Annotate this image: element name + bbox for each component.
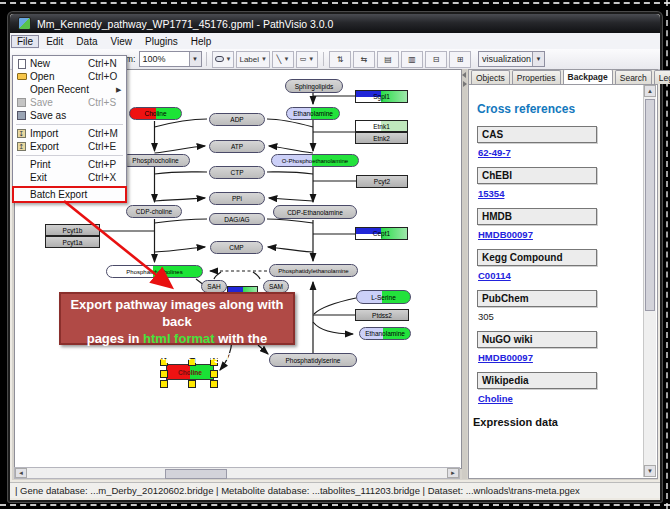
pathway-node-cmp[interactable]: CMP (210, 241, 263, 254)
collapse-right-icon[interactable] (463, 81, 467, 87)
scroll-left-icon[interactable]: ◄ (15, 468, 27, 478)
new-file-icon (18, 59, 26, 69)
pathway-node-pcyt1a[interactable]: Pcyt1a (45, 236, 100, 248)
xref-link[interactable]: Choline (478, 393, 513, 404)
tab-backpage[interactable]: Backpage (563, 69, 613, 84)
menu-item-open-recent[interactable]: Open Recent ▶ (13, 83, 126, 96)
status-text: | Gene database: ...m_Derby_20120602.bri… (15, 485, 580, 496)
node-label: Ethanolamine (293, 110, 333, 117)
pathway-node-cept1[interactable]: Cept1 (355, 227, 408, 240)
pathway-node-phosphatidylcholines[interactable]: Phosphatidylcholines (106, 265, 203, 278)
panel-vertical-scrollbar[interactable]: ▲ ▼ (643, 85, 656, 477)
xref-link[interactable]: C00114 (478, 270, 511, 281)
visualization-combobox[interactable]: visualization ▼ (478, 51, 545, 67)
selection-handle[interactable] (210, 370, 218, 378)
xref-section-hmdb: HMDB HMDB00097 (477, 208, 641, 240)
xref-link[interactable]: HMDB00097 (478, 352, 533, 363)
label-tool-button[interactable]: Label▼ (236, 51, 270, 68)
chevron-down-icon[interactable]: ▼ (532, 52, 544, 66)
scrollbar-thumb[interactable] (645, 99, 655, 311)
menu-item-save-as[interactable]: Save as (13, 109, 126, 122)
pathway-node-etnk2[interactable]: Etnk2 (355, 132, 408, 144)
callout-html-format: html format (143, 331, 215, 346)
pathway-node-phosphatidylethanolamine[interactable]: Phosphatidylethanolamine (269, 264, 358, 277)
pathway-node-ctp[interactable]: CTP (209, 166, 265, 179)
zoom-combobox[interactable]: 100% ▼ (139, 51, 202, 67)
tab-search[interactable]: Search (615, 70, 652, 84)
selection-handle[interactable] (188, 380, 196, 388)
menu-item-export[interactable]: ↥ Export Ctrl+E (13, 140, 126, 153)
common-height-button[interactable]: ⊞ (449, 51, 471, 68)
menu-item-exit[interactable]: Exit Ctrl+X (13, 171, 126, 184)
submenu-arrow-icon: ▶ (116, 86, 126, 94)
panel-splitter[interactable] (462, 69, 467, 479)
chevron-down-icon[interactable]: ▼ (189, 52, 201, 66)
menu-edit[interactable]: Edit (40, 35, 69, 48)
xref-section-wikipedia: Wikipedia Choline (477, 372, 641, 404)
scroll-down-icon[interactable]: ▼ (644, 465, 656, 477)
menu-help[interactable]: Help (185, 35, 218, 48)
pathway-node-ppi[interactable]: PPi (209, 192, 265, 205)
tab-legend[interactable]: Legend (654, 70, 670, 84)
menu-separator (16, 124, 123, 125)
menu-view[interactable]: View (104, 35, 138, 48)
node-label: L-Serine (371, 294, 396, 301)
scroll-right-icon[interactable]: ► (447, 468, 459, 478)
pathway-node-choline[interactable]: Choline (166, 364, 214, 380)
xref-source-name: HMDB (477, 208, 597, 225)
pathway-node-pcyt1b[interactable]: Pcyt1b (45, 224, 100, 236)
pathway-node-l-serine[interactable]: L-Serine (356, 290, 411, 304)
distribute-horizontal-button[interactable]: ▤ (377, 51, 399, 68)
pathway-node-ptdss2[interactable]: Ptdss2 (355, 309, 409, 321)
pathway-node-adp[interactable]: ADP (209, 113, 265, 126)
export-icon: ↥ (17, 142, 26, 151)
node-label: Pcyt2 (374, 178, 390, 185)
pathway-node-phosphocholine[interactable]: Phosphocholine (121, 154, 190, 167)
tab-properties[interactable]: Properties (512, 70, 561, 84)
pathway-node-cdp-ethanolamine[interactable]: CDP-Ethanolamine (273, 205, 357, 219)
canvas-horizontal-scrollbar[interactable]: ◄ ► (14, 467, 460, 479)
node-label: Phosphatidylcholines (126, 269, 182, 275)
menu-bar: File Edit Data View Plugins Help (10, 33, 660, 50)
menu-item-new[interactable]: New Ctrl+N (13, 57, 126, 70)
pathway-node-ethanolamine[interactable]: Ethanolamine (359, 327, 411, 340)
callout-line1: Export pathway images along with back (70, 297, 283, 329)
common-width-button[interactable]: ⊟ (425, 51, 447, 68)
shape-tool-button[interactable]: ▭▼ (296, 51, 318, 68)
selection-handle[interactable] (210, 380, 218, 388)
pathway-node-sphingolipids[interactable]: Sphingolipids (285, 79, 343, 93)
align-center-x-button[interactable]: ⇅ (329, 51, 351, 68)
pathway-node-etnk1[interactable]: Etnk1 (355, 120, 408, 132)
scrollbar-thumb[interactable] (165, 469, 227, 479)
pathway-node-cdp-choline[interactable]: CDP-choline (126, 205, 182, 218)
selection-handle[interactable] (160, 370, 168, 378)
annotation-callout: Export pathway images along with back pa… (59, 292, 295, 345)
xref-link[interactable]: HMDB00097 (478, 229, 533, 240)
pathvisio-window: Mm_Kennedy_pathway_WP1771_45176.gpml - P… (8, 12, 662, 502)
pathway-node-sgpl1[interactable]: Sgpl1 (355, 90, 408, 103)
menu-plugins[interactable]: Plugins (139, 35, 184, 48)
menu-item-import[interactable]: ↧ Import Ctrl+M (13, 127, 126, 140)
pathway-node-ethanolamine[interactable]: Ethanolamine (286, 107, 340, 120)
selection-handle[interactable] (160, 380, 168, 388)
menu-file[interactable]: File (11, 35, 39, 48)
pathway-node-o-phosphoethanolamine[interactable]: O-Phosphoethanolamine (271, 154, 359, 167)
pathway-node-dag-ag[interactable]: DAG/AG (209, 213, 265, 225)
scroll-up-icon[interactable]: ▲ (644, 85, 656, 97)
menu-item-batch-export[interactable]: Batch Export (13, 188, 126, 201)
collapse-left-icon[interactable] (462, 72, 466, 78)
tab-objects[interactable]: Objects (471, 70, 510, 84)
datanode-tool-button[interactable]: ▼ (212, 51, 235, 68)
pathway-node-atp[interactable]: ATP (209, 140, 265, 153)
menu-item-open[interactable]: Open Ctrl+O (13, 70, 126, 83)
pathway-node-choline[interactable]: Choline (129, 107, 182, 120)
distribute-vertical-button[interactable]: ▥ (401, 51, 423, 68)
menu-data[interactable]: Data (70, 35, 103, 48)
xref-link[interactable]: 15354 (478, 188, 504, 199)
xref-link[interactable]: 62-49-7 (478, 147, 511, 158)
pathway-node-pcyt2[interactable]: Pcyt2 (356, 175, 408, 188)
align-center-y-button[interactable]: ⇆ (353, 51, 375, 68)
title-bar[interactable]: Mm_Kennedy_pathway_WP1771_45176.gpml - P… (10, 14, 660, 33)
line-tool-button[interactable]: ╲▼ (272, 51, 294, 68)
menu-item-print[interactable]: Print Ctrl+P (13, 158, 126, 171)
